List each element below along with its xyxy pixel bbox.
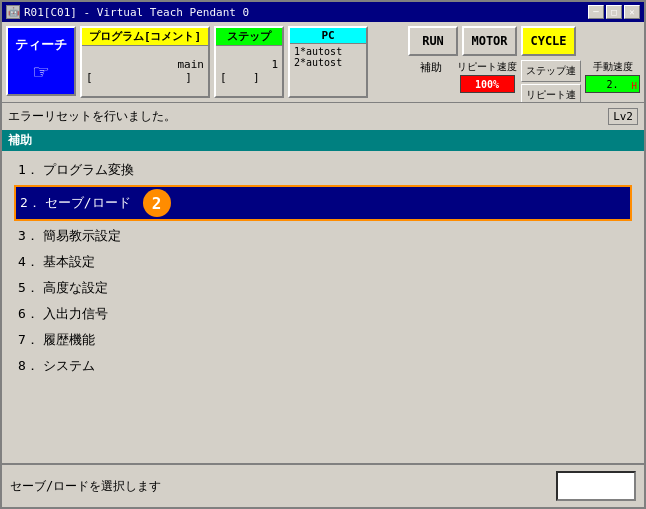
program-bracket: [ ]	[86, 71, 204, 84]
menu-item-7[interactable]: 7．履歴機能	[14, 329, 632, 351]
maximize-button[interactable]: □	[606, 5, 622, 19]
menu-item-label-7: 履歴機能	[43, 331, 95, 349]
pc-body: 1*autost 2*autost	[290, 44, 366, 70]
title-bar: 🤖 R01[C01] - Virtual Teach Pendant 0 ─ □…	[2, 2, 644, 22]
program-body: main [ ]	[82, 46, 208, 96]
callout-badge: 2	[143, 189, 171, 217]
bottom-bar: セーブ/ロードを選択します	[2, 463, 644, 507]
status-area: エラーリセットを行いました。 Lv2	[2, 102, 644, 130]
connect-manual-block: ステップ連 リピート連	[521, 60, 581, 106]
menu-item-4[interactable]: 4．基本設定	[14, 251, 632, 273]
menu-item-number-4: 4．	[18, 253, 39, 271]
window-title: R01[C01] - Virtual Teach Pendant 0	[24, 6, 249, 19]
main-window: 🤖 R01[C01] - Virtual Teach Pendant 0 ─ □…	[0, 0, 646, 509]
manual-speed-label: 手動速度	[593, 60, 633, 74]
menu-item-number-7: 7．	[18, 331, 39, 349]
hand-icon: ☞	[34, 58, 48, 86]
assist-label: 補助	[420, 60, 442, 75]
step-value: 1	[220, 58, 278, 71]
menu-item-6[interactable]: 6．入出力信号	[14, 303, 632, 325]
speed-value: 100%	[475, 79, 499, 90]
bottom-status: セーブ/ロードを選択します	[10, 478, 556, 495]
title-controls: ─ □ ✕	[588, 5, 640, 19]
manual-speed-display: 2. H	[585, 75, 640, 93]
toolbar: ティーチ ☞ プログラム[コメント] main [ ] ステップ 1 [ ]	[2, 22, 644, 102]
pc-header: PC	[290, 28, 366, 44]
manual-speed-block: 手動速度 2. H	[585, 60, 640, 93]
app-icon: 🤖	[6, 5, 20, 19]
action-buttons-row: RUN MOTOR CYCLE	[408, 26, 640, 56]
menu-item-number-6: 6．	[18, 305, 39, 323]
right-buttons: RUN MOTOR CYCLE 補助 リピート速度	[408, 26, 640, 98]
info-panels: プログラム[コメント] main [ ] ステップ 1 [ ] PC	[80, 26, 404, 98]
teach-button[interactable]: ティーチ ☞	[6, 26, 76, 96]
run-button[interactable]: RUN	[408, 26, 458, 56]
program-panel: プログラム[コメント] main [ ]	[80, 26, 210, 98]
menu-item-number-5: 5．	[18, 279, 39, 297]
speed-bar-container: 100%	[460, 75, 515, 93]
section-header: 補助	[2, 130, 644, 151]
speed-bar: 100%	[461, 76, 514, 92]
pc-value1: 1*autost	[294, 46, 362, 57]
menu-item-label-6: 入出力信号	[43, 305, 108, 323]
cycle-button[interactable]: CYCLE	[521, 26, 576, 56]
menu-item-5[interactable]: 5．高度な設定	[14, 277, 632, 299]
step-header: ステップ	[216, 28, 282, 46]
step-bracket: [ ]	[220, 71, 278, 84]
menu-item-number-8: 8．	[18, 357, 39, 375]
title-bar-left: 🤖 R01[C01] - Virtual Teach Pendant 0	[6, 5, 249, 19]
menu-item-label-2: セーブ/ロード	[45, 194, 131, 212]
step-body: 1 [ ]	[216, 46, 282, 96]
minimize-button[interactable]: ─	[588, 5, 604, 19]
status-message: エラーリセットを行いました。	[8, 108, 176, 125]
menu-item-number-3: 3．	[18, 227, 39, 245]
manual-speed-value: 2.	[606, 79, 618, 90]
lv2-badge: Lv2	[608, 108, 638, 125]
menu-item-3[interactable]: 3．簡易教示設定	[14, 225, 632, 247]
step-panel: ステップ 1 [ ]	[214, 26, 284, 98]
menu-item-label-5: 高度な設定	[43, 279, 108, 297]
menu-item-number-2: 2．	[20, 194, 41, 212]
menu-area: 1．プログラム変換2．セーブ/ロード23．簡易教示設定4．基本設定5．高度な設定…	[2, 151, 644, 463]
program-header: プログラム[コメント]	[82, 28, 208, 46]
menu-item-1[interactable]: 1．プログラム変換	[14, 159, 632, 181]
pc-value2: 2*autost	[294, 57, 362, 68]
manual-speed-suffix: H	[632, 81, 637, 91]
pc-panel: PC 1*autost 2*autost	[288, 26, 368, 98]
menu-item-label-1: プログラム変換	[43, 161, 134, 179]
menu-item-2[interactable]: 2．セーブ/ロード2	[14, 185, 632, 221]
teach-label: ティーチ	[15, 36, 67, 54]
menu-item-label-8: システム	[43, 357, 95, 375]
menu-item-number-1: 1．	[18, 161, 39, 179]
connect-buttons: ステップ連 リピート連	[521, 60, 581, 106]
close-button[interactable]: ✕	[624, 5, 640, 19]
menu-item-label-3: 簡易教示設定	[43, 227, 121, 245]
step-connect-button[interactable]: ステップ連	[521, 60, 581, 82]
repeat-speed-label: リピート速度	[457, 60, 517, 74]
repeat-speed-block: リピート速度 100%	[457, 60, 517, 93]
motor-button[interactable]: MOTOR	[462, 26, 517, 56]
program-value: main	[86, 58, 204, 71]
menu-item-label-4: 基本設定	[43, 253, 95, 271]
bottom-input[interactable]	[556, 471, 636, 501]
menu-item-8[interactable]: 8．システム	[14, 355, 632, 377]
